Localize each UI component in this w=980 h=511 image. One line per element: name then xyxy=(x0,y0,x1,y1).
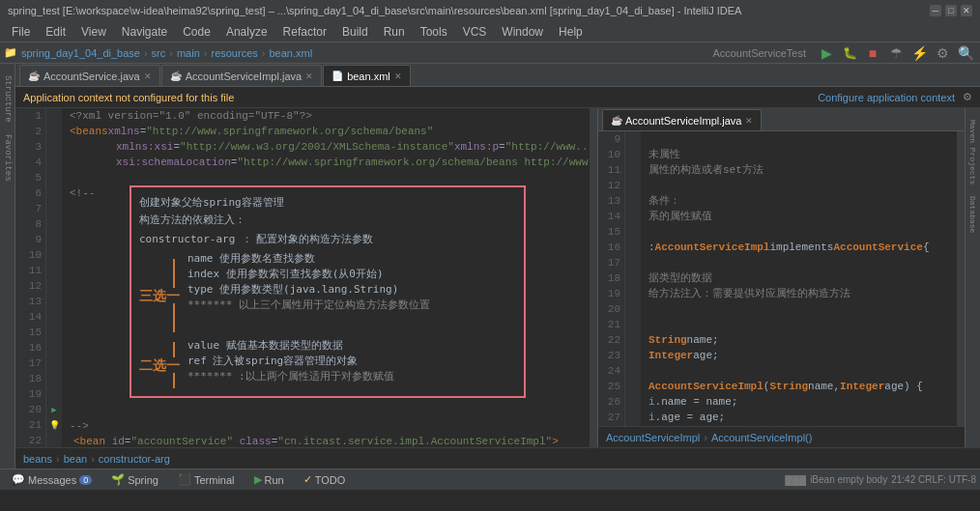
settings-toolbar-button[interactable]: ⚙ xyxy=(932,43,953,64)
tab-accountservice-java[interactable]: ☕ AccountService.java ✕ xyxy=(19,65,160,86)
close-tab-icon[interactable]: ✕ xyxy=(144,71,152,81)
minimize-button[interactable]: ─ xyxy=(930,5,941,16)
bottom-tab-terminal[interactable]: ⬛ Terminal xyxy=(170,471,243,488)
spring-icon: 🌱 xyxy=(111,473,125,486)
right-bc-method[interactable]: AccountServiceImpl() xyxy=(711,432,813,443)
menu-bar: File Edit View Navigate Code Analyze Ref… xyxy=(0,21,980,43)
code-line-5 xyxy=(70,170,582,185)
messages-icon: 💬 xyxy=(12,473,25,486)
nav-main[interactable]: main xyxy=(177,47,200,59)
configure-gear-icon[interactable]: ⚙ xyxy=(963,91,972,103)
run-bottom-icon: ▶ xyxy=(254,473,262,486)
menu-tools[interactable]: Tools xyxy=(413,23,455,41)
line-numbers: 12345 678910 1112131415 1617181920 21222… xyxy=(15,108,46,447)
tab-beanxml[interactable]: 📄 bean.xml ✕ xyxy=(323,65,411,86)
bean-run-icon[interactable]: ▶ xyxy=(51,405,56,415)
bottom-tab-messages[interactable]: 💬 Messages 0 xyxy=(4,471,100,488)
java-line-13: 条件： xyxy=(649,193,949,209)
menu-help[interactable]: Help xyxy=(551,23,591,41)
nav-folder-icon: 📁 xyxy=(4,46,17,59)
left-breadcrumb: beans › bean › constructor-arg xyxy=(15,447,980,468)
close-tab-3-icon[interactable]: ✕ xyxy=(394,71,402,81)
right-line-numbers: 910111213 1415161718 1920212223 24252627… xyxy=(598,131,625,426)
popup-title: 创建对象父给spring容器管理 xyxy=(139,195,516,211)
menu-navigate[interactable]: Navigate xyxy=(114,23,175,41)
right-editor-scrollbar[interactable] xyxy=(957,131,965,426)
java-icon-2: ☕ xyxy=(170,71,182,81)
terminal-icon: ⬛ xyxy=(178,473,191,486)
todo-icon: ✓ xyxy=(303,473,312,486)
left-editor-scrollbar[interactable] xyxy=(590,108,597,447)
java-line-26: i.name = name; xyxy=(649,394,949,410)
java-icon-right: ☕ xyxy=(611,115,622,126)
tab-right-accountserviceimpl[interactable]: ☕ AccountServiceImpl.java ✕ xyxy=(602,109,762,130)
close-tab-2-icon[interactable]: ✕ xyxy=(305,71,313,81)
triple-select-label: 三选一 xyxy=(139,259,180,332)
project-icon[interactable]: Structure xyxy=(2,71,14,127)
ibean-icon: iBean empty body xyxy=(810,474,887,485)
code-line-1: <?xml version="1.0" encoding="UTF-8"?> xyxy=(70,108,582,124)
xml-editor[interactable]: 12345 678910 1112131415 1617181920 21222… xyxy=(15,108,597,447)
menu-window[interactable]: Window xyxy=(494,23,551,41)
right-gutter: ▶ xyxy=(625,131,641,426)
java-line-23: Integer age; xyxy=(649,348,949,363)
java-code-area[interactable]: 910111213 1415161718 1920212223 24252627… xyxy=(598,131,965,426)
debug-button[interactable]: 🐛 xyxy=(839,43,860,64)
bc-constructor-arg[interactable]: constructor-arg xyxy=(99,453,170,465)
menu-build[interactable]: Build xyxy=(334,23,376,41)
java-editor: ☕ AccountServiceImpl.java ✕ 910111213 14… xyxy=(597,108,965,447)
nav-src[interactable]: src xyxy=(152,47,166,59)
nav-resources[interactable]: resources xyxy=(211,47,257,59)
profile-button[interactable]: ⚡ xyxy=(908,43,930,64)
double-select-group: 二选一 value 赋值基本数据类型的数据 ref 注入被spring容器管理的… xyxy=(139,338,516,388)
run-button[interactable]: ▶ xyxy=(816,43,837,64)
spring-label: Spring xyxy=(128,474,159,486)
left-sidebar: Structure Favorites xyxy=(0,64,15,468)
close-right-tab-icon[interactable]: ✕ xyxy=(745,116,753,126)
java-line-22: String name; xyxy=(649,332,949,348)
menu-refactor[interactable]: Refactor xyxy=(275,23,334,41)
bottom-tab-run[interactable]: ▶ Run xyxy=(246,471,292,488)
triple-select-group: 三选一 name 使用参数名查找参数 index 使用参数索引查找参数(从0开始… xyxy=(139,251,516,332)
run-label: Run xyxy=(265,474,284,486)
java-line-11: 属性的构造或者set方法 xyxy=(649,162,949,178)
configure-link[interactable]: Configure application context xyxy=(818,92,955,103)
stop-button[interactable]: ■ xyxy=(862,43,883,64)
search-toolbar-button[interactable]: 🔍 xyxy=(955,43,976,64)
java-code-content: 未属性 属性的构造或者set方法 条件： 系的属性赋值 : AccountSer… xyxy=(641,131,957,426)
java-line-10: 未属性 xyxy=(649,147,949,162)
window-controls[interactable]: ─ □ ✕ xyxy=(930,5,972,16)
menu-edit[interactable]: Edit xyxy=(38,23,73,41)
tab-label: AccountService.java xyxy=(43,71,140,82)
menu-analyze[interactable]: Analyze xyxy=(218,23,275,41)
maven-icon[interactable]: Maven Projects xyxy=(967,116,978,188)
bottom-tab-todo[interactable]: ✓ TODO xyxy=(296,471,354,488)
bc-beans[interactable]: beans xyxy=(23,453,52,465)
menu-run[interactable]: Run xyxy=(376,23,413,41)
lightbulb-icon[interactable]: 💡 xyxy=(49,420,60,431)
right-breadcrumb: AccountServiceImpl › AccountServiceImpl(… xyxy=(598,426,965,447)
database-icon[interactable]: Database xyxy=(967,192,978,237)
java-line-9 xyxy=(649,131,949,147)
favorites-icon[interactable]: Favorites xyxy=(2,130,14,185)
java-line-25: AccountServiceImpl(String name, Integer … xyxy=(649,379,949,394)
bottom-tab-spring[interactable]: 🌱 Spring xyxy=(103,471,166,488)
gutter-icons: ▶ 💡 xyxy=(46,108,62,447)
nav-beanxml[interactable]: bean.xml xyxy=(269,47,312,59)
menu-view[interactable]: View xyxy=(73,23,114,41)
maximize-button[interactable]: □ xyxy=(945,5,957,16)
tab-accountserviceimpl-java[interactable]: ☕ AccountServiceImpl.java ✕ xyxy=(161,65,322,86)
menu-vcs[interactable]: VCS xyxy=(455,23,495,41)
xml-code-content[interactable]: <?xml version="1.0" encoding="UTF-8"?> <… xyxy=(62,108,590,447)
right-bc-class[interactable]: AccountServiceImpl xyxy=(606,432,700,443)
top-right-toolbar: AccountServiceTest ▶ 🐛 ■ ☂ ⚡ ⚙ 🔍 xyxy=(712,43,976,64)
nav-project[interactable]: spring_day1_04_di_base xyxy=(21,47,140,59)
bc-bean[interactable]: bean xyxy=(64,453,87,465)
right-editor-tabs: ☕ AccountServiceImpl.java ✕ xyxy=(598,108,965,131)
java-line-20 xyxy=(649,301,949,317)
java-line-21 xyxy=(649,317,949,332)
menu-file[interactable]: File xyxy=(4,23,38,41)
menu-code[interactable]: Code xyxy=(175,23,218,41)
coverage-button[interactable]: ☂ xyxy=(885,43,907,64)
close-button[interactable]: ✕ xyxy=(961,5,972,16)
